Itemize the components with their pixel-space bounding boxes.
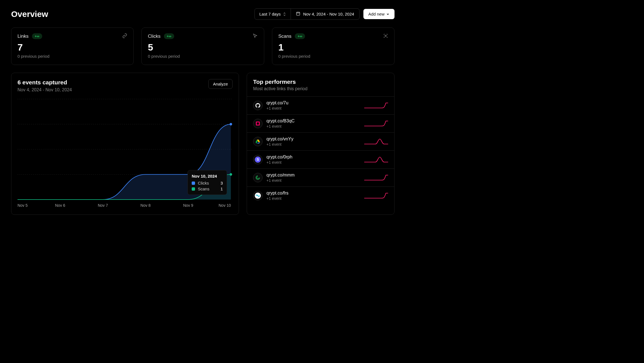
page-title: Overview xyxy=(11,9,48,19)
performer-sub: +1 event xyxy=(266,178,360,183)
performers-list: qrypt.co/7u +1 event qrypt.co/B3qC +1 ev… xyxy=(247,96,394,205)
sparkline xyxy=(364,173,388,182)
performers-title: Top performers xyxy=(253,79,388,85)
performer-info: qrypt.co/7u +1 event xyxy=(266,100,360,110)
stats-row: Links +∞ 7 0 previous period Clicks +∞ 5… xyxy=(11,27,395,65)
performers-sub: Most active links this period xyxy=(253,86,388,91)
stat-card-clicks[interactable]: Clicks +∞ 5 0 previous period xyxy=(141,27,264,65)
page-header: Overview Last 7 days Nov 4, 2024 - N xyxy=(11,8,395,20)
sparkline xyxy=(364,155,388,164)
performer-sub: +1 event xyxy=(266,106,360,110)
svg-text:Nov 5: Nov 5 xyxy=(18,203,28,208)
performer-sub: +1 event xyxy=(266,142,360,147)
stat-value: 5 xyxy=(148,42,258,53)
svg-text:Nov 10: Nov 10 xyxy=(219,203,231,208)
stat-value: 7 xyxy=(18,42,127,53)
performer-link: qrypt.co/7u xyxy=(266,100,360,105)
stat-card-links[interactable]: Links +∞ 7 0 previous period xyxy=(11,27,134,65)
svg-point-6 xyxy=(230,123,232,125)
stat-badge: +∞ xyxy=(164,33,174,39)
performer-link: qrypt.co/frs xyxy=(266,191,360,196)
svg-rect-1 xyxy=(385,35,386,37)
chart-card: 6 events captured Nov 4, 2024 - Nov 10, … xyxy=(11,73,239,215)
chevron-down-icon xyxy=(386,12,390,16)
tooltip-row-scans: Scans 1 xyxy=(192,186,223,191)
performer-row[interactable]: qrypt.co/7u +1 event xyxy=(247,96,394,114)
add-new-label: Add new xyxy=(368,12,385,16)
updown-icon xyxy=(283,12,286,16)
chart-area: Nov 5Nov 6Nov 7Nov 8Nov 9Nov 10 Nov 10, … xyxy=(18,97,233,208)
sparkline xyxy=(364,191,388,200)
performer-row[interactable]: qrypt.co/mmm +1 event xyxy=(247,168,394,186)
tooltip-label: Clicks xyxy=(198,181,209,185)
stat-label: Scans xyxy=(278,34,291,39)
performer-info: qrypt.co/frs +1 event xyxy=(266,191,360,201)
stat-label: Links xyxy=(18,34,29,39)
tooltip-row-clicks: Clicks 3 xyxy=(192,181,223,185)
main-row: 6 events captured Nov 4, 2024 - Nov 10, … xyxy=(11,73,395,215)
performer-avatar xyxy=(253,119,263,128)
performer-info: qrypt.co/B3qC +1 event xyxy=(266,119,360,128)
performer-row[interactable]: qrypt.co/B3qC +1 event xyxy=(247,114,394,132)
performer-sub: +1 event xyxy=(266,160,360,165)
performer-avatar xyxy=(253,137,263,146)
tooltip-dot xyxy=(192,182,195,185)
svg-text:Nov 7: Nov 7 xyxy=(98,203,108,208)
performer-link: qrypt.co/B3qC xyxy=(266,119,360,123)
performer-avatar xyxy=(253,101,263,110)
analyze-button[interactable]: Analyze xyxy=(208,79,233,89)
performer-row[interactable]: qrypt.co/frs +1 event xyxy=(247,186,394,205)
stat-value: 1 xyxy=(278,42,388,53)
performer-sub: +1 event xyxy=(266,196,360,201)
svg-text:Nov 8: Nov 8 xyxy=(141,203,151,208)
performer-row[interactable]: S qrypt.co/0rph +1 event xyxy=(247,150,394,168)
performer-link: qrypt.co/vnYy xyxy=(266,137,360,142)
link-icon xyxy=(122,33,127,39)
scan-icon xyxy=(383,33,388,39)
stat-sub: 0 previous period xyxy=(18,54,127,59)
svg-rect-0 xyxy=(296,12,300,15)
sparkline xyxy=(364,119,388,128)
chart-title: 6 events captured xyxy=(18,79,72,86)
stat-card-scans[interactable]: Scans +∞ 1 0 previous period xyxy=(272,27,395,65)
svg-point-7 xyxy=(230,173,232,176)
date-range-label: Nov 4, 2024 - Nov 10, 2024 xyxy=(303,12,354,16)
stat-header: Scans +∞ xyxy=(278,33,388,39)
performers-header: Top performers Most active links this pe… xyxy=(247,73,394,96)
performer-link: qrypt.co/mmm xyxy=(266,173,360,178)
svg-text:Nov 9: Nov 9 xyxy=(183,203,193,208)
tooltip-value: 3 xyxy=(221,181,223,185)
sparkline xyxy=(364,137,388,146)
stat-sub: 0 previous period xyxy=(148,54,258,59)
performer-row[interactable]: qrypt.co/vnYy +1 event xyxy=(247,132,394,150)
stat-header: Clicks +∞ xyxy=(148,33,258,39)
performer-info: qrypt.co/0rph +1 event xyxy=(266,155,360,165)
performer-avatar xyxy=(253,173,263,182)
tooltip-label: Scans xyxy=(198,186,209,191)
add-new-button[interactable]: Add new xyxy=(363,9,395,19)
svg-text:Nov 6: Nov 6 xyxy=(55,203,65,208)
period-select[interactable]: Last 7 days xyxy=(255,9,291,19)
stat-sub: 0 previous period xyxy=(278,54,388,59)
calendar-icon xyxy=(296,11,300,17)
performer-info: qrypt.co/mmm +1 event xyxy=(266,173,360,183)
top-performers-card: Top performers Most active links this pe… xyxy=(247,73,395,215)
date-range-select[interactable]: Nov 4, 2024 - Nov 10, 2024 xyxy=(291,9,359,19)
sparkline xyxy=(364,101,388,110)
period-label: Last 7 days xyxy=(259,12,281,16)
svg-rect-15 xyxy=(257,122,259,125)
stat-label: Clicks xyxy=(148,34,160,39)
period-group: Last 7 days Nov 4, 2024 - Nov 10, 2024 xyxy=(254,8,359,20)
chart-tooltip: Nov 10, 2024 Clicks 3 Scans 1 xyxy=(188,170,227,195)
tooltip-value: 1 xyxy=(221,186,223,191)
chart-sub: Nov 4, 2024 - Nov 10, 2024 xyxy=(18,87,72,92)
stat-header: Links +∞ xyxy=(18,33,127,39)
performer-info: qrypt.co/vnYy +1 event xyxy=(266,137,360,147)
svg-text:S: S xyxy=(257,157,259,162)
cursor-icon xyxy=(253,33,258,39)
tooltip-dot xyxy=(192,187,195,191)
chart-header: 6 events captured Nov 4, 2024 - Nov 10, … xyxy=(18,79,233,92)
performer-sub: +1 event xyxy=(266,124,360,128)
stat-badge: +∞ xyxy=(295,33,305,39)
header-controls: Last 7 days Nov 4, 2024 - Nov 10, 2024 xyxy=(254,8,395,20)
